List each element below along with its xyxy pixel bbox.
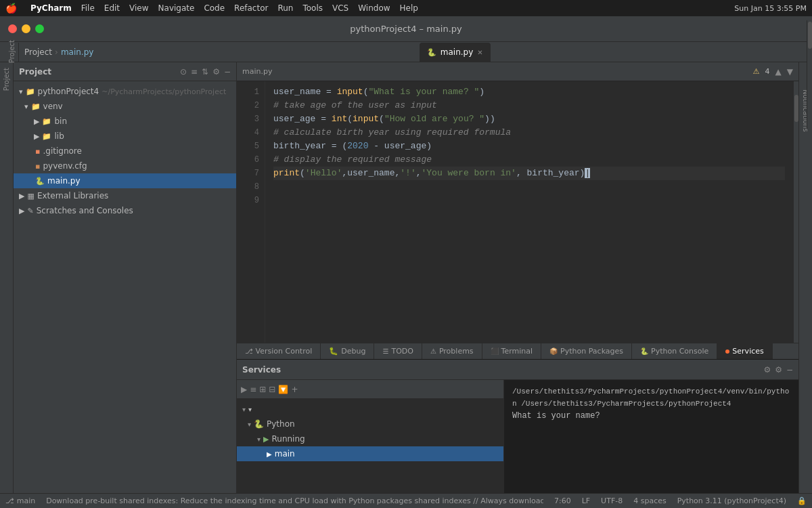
panel-minimize-icon[interactable]: − — [786, 365, 793, 375]
running-status-icon: ▶ — [263, 435, 269, 444]
status-indent[interactable]: 4 spaces — [633, 496, 667, 505]
line-numbers: 1 2 3 4 5 6 7 8 9 — [237, 81, 265, 343]
status-line-col[interactable]: 7:60 — [554, 496, 571, 505]
window-title: pythonProject4 – main.py — [350, 24, 462, 34]
line-5: 5 — [237, 140, 265, 153]
menu-navigate[interactable]: Navigate — [158, 3, 195, 13]
tab-close-button[interactable]: ✕ — [477, 49, 482, 56]
project-sidebar: Project ⊙ ≡ ⇅ ⚙ − ▾ 📁 pythonProject4 ~/P… — [14, 62, 237, 508]
sort-icon[interactable]: ≡ — [191, 67, 198, 77]
scratch-label: Scratches and Consoles — [37, 206, 133, 215]
svc-filter2-icon[interactable]: 🔽 — [278, 385, 288, 394]
venv-label: venv — [43, 102, 63, 111]
status-message[interactable]: Download pre-built shared indexes: Reduc… — [46, 496, 543, 505]
settings-icon[interactable]: ⚙ — [212, 67, 220, 77]
menu-pycharm[interactable]: PyCharm — [30, 3, 72, 13]
tab-problems[interactable]: ⚠ Problems — [422, 343, 482, 360]
editor-scrollbar[interactable] — [793, 81, 798, 343]
svc-filter-icon[interactable]: ⊟ — [269, 385, 275, 394]
menu-vcs[interactable]: VCS — [332, 3, 348, 13]
menu-bar-right: Sun Jan 15 3:55 PM — [734, 4, 807, 13]
cfg-file-icon: ▪ — [35, 162, 40, 171]
tree-root[interactable]: ▾ 📁 pythonProject4 ~/PycharmProjects/pyt… — [14, 84, 236, 99]
panel-settings-icon[interactable]: ⚙ — [775, 365, 782, 375]
breadcrumb-file[interactable]: main.py — [61, 47, 94, 57]
maximize-button[interactable] — [35, 24, 44, 33]
collapse-all-icon[interactable]: ▲ — [775, 67, 782, 77]
tab-python-packages[interactable]: 📦 Python Packages — [541, 343, 632, 360]
svc-sort-icon[interactable]: ≡ — [250, 385, 256, 394]
tab-services[interactable]: Services — [717, 343, 772, 360]
project-side-tab[interactable]: Project — [5, 43, 19, 62]
settings-gear-icon[interactable]: ⚙ — [763, 365, 771, 375]
tree-item-pyvenv[interactable]: ▪ pyvenv.cfg — [14, 158, 236, 173]
close-button[interactable] — [8, 24, 17, 33]
terminal-output[interactable]: /Users/thethits3/PycharmProjects/pythonP… — [504, 380, 798, 508]
editor-tab-main[interactable]: 🐍 main.py ✕ — [420, 43, 491, 62]
minimize-panel-icon[interactable]: − — [224, 67, 231, 77]
code-editor[interactable]: user_name = input("What is your name? ")… — [265, 81, 793, 343]
status-git[interactable]: ⎇ main — [5, 496, 35, 505]
svc-group-icon[interactable]: ⊞ — [259, 385, 266, 394]
breadcrumb-project[interactable]: Project — [24, 47, 52, 57]
lib-expand-icon: ▶ — [34, 132, 39, 141]
menu-run[interactable]: Run — [277, 3, 293, 13]
run-again-icon[interactable]: ▶ — [241, 385, 247, 394]
ext-lib-expand-icon: ▶ — [19, 192, 24, 200]
menu-file[interactable]: File — [81, 3, 95, 13]
git-branch-name: main — [17, 496, 35, 505]
scratch-expand-icon: ▶ — [19, 207, 24, 215]
lib-folder-icon: 📁 — [42, 132, 51, 141]
pyvenv-label: pyvenv.cfg — [43, 161, 87, 171]
menu-window[interactable]: Window — [358, 3, 390, 13]
tab-todo[interactable]: ☰ TODO — [374, 343, 422, 360]
menu-help[interactable]: Help — [400, 3, 418, 13]
project-root-label: pythonProject4 — [38, 87, 99, 96]
menu-edit[interactable]: Edit — [104, 3, 120, 13]
line-9: 9 — [237, 194, 265, 207]
python-expand-icon: ▾ — [248, 421, 251, 428]
tab-vc-label: Version Control — [256, 347, 313, 356]
menu-tools[interactable]: Tools — [302, 3, 323, 13]
expand-icon[interactable]: ⇅ — [202, 67, 208, 77]
tab-debug[interactable]: 🐛 Debug — [321, 343, 374, 360]
svc-item-main[interactable]: ▶ main — [237, 446, 503, 461]
vc-icon: ⎇ — [245, 347, 253, 355]
tree-item-mainpy[interactable]: 🐍 main.py — [14, 173, 236, 188]
scrollbar-thumb — [794, 95, 798, 122]
console-icon: 🐍 — [640, 347, 648, 355]
sync-icon[interactable]: ⊙ — [180, 67, 187, 77]
main-content: Project Project ⊙ ≡ ⇅ ⚙ − ▾ 📁 pythonProj… — [0, 62, 812, 508]
project-label: Project — [8, 40, 16, 63]
svc-item-running[interactable]: ▾ ▶ Running — [237, 431, 503, 446]
tree-item-bin[interactable]: ▶ 📁 bin — [14, 114, 236, 129]
main-run-icon: ▶ — [267, 450, 272, 458]
tree-item-ext-lib[interactable]: ▶ ▦ External Libraries — [14, 188, 236, 203]
tab-terminal[interactable]: ⬛ Terminal — [482, 343, 542, 360]
apple-icon[interactable]: 🍎 — [5, 3, 17, 14]
menu-view[interactable]: View — [129, 3, 148, 13]
project-tree: ▾ 📁 pythonProject4 ~/PycharmProjects/pyt… — [14, 81, 236, 508]
status-python-version[interactable]: Python 3.11 (pythonProject4) — [677, 496, 786, 505]
editor-breadcrumb: main.py — [242, 67, 272, 76]
editor-content: 1 2 3 4 5 6 7 8 9 user_name = input("Wha… — [237, 81, 798, 343]
tree-item-lib[interactable]: ▶ 📁 lib — [14, 129, 236, 144]
tree-item-scratches[interactable]: ▶ ✎ Scratches and Consoles — [14, 203, 236, 218]
tree-item-venv[interactable]: ▾ 📁 venv — [14, 99, 236, 114]
expand-all-icon[interactable]: ▼ — [787, 67, 793, 77]
tree-item-gitignore[interactable]: ▪ .gitignore — [14, 144, 236, 158]
status-line-ending[interactable]: LF — [582, 496, 590, 505]
project-vertical-label[interactable]: Project — [1, 65, 12, 93]
minimize-button[interactable] — [22, 24, 30, 33]
services-toolbar: ▶ ≡ ⊞ ⊟ 🔽 + — [237, 380, 503, 399]
scratch-icon: ✎ — [27, 207, 33, 215]
svc-add-icon[interactable]: + — [291, 385, 298, 394]
menu-refactor[interactable]: Refactor — [234, 3, 268, 13]
menu-code[interactable]: Code — [204, 3, 225, 13]
svc-root-expand: ▾ — [242, 406, 246, 413]
svc-item-root[interactable]: ▾ ▾ — [237, 402, 503, 417]
status-encoding[interactable]: UTF-8 — [601, 496, 623, 505]
tab-version-control[interactable]: ⎇ Version Control — [237, 343, 321, 360]
tab-python-console[interactable]: 🐍 Python Console — [632, 343, 717, 360]
svc-item-python[interactable]: ▾ 🐍 Python — [237, 417, 503, 431]
